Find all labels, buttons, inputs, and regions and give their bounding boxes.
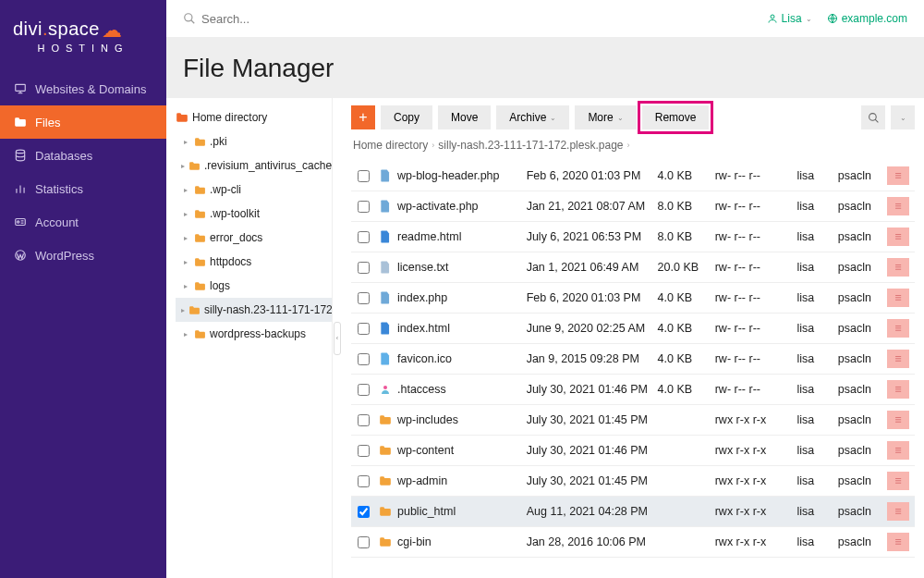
copy-button[interactable]: Copy xyxy=(381,105,432,129)
row-actions-button[interactable]: ≡ xyxy=(887,289,909,307)
table-row[interactable]: index.htmlJune 9, 2020 02:25 AM4.0 KBrw-… xyxy=(351,314,915,344)
file-size: 20.0 KB xyxy=(658,261,715,274)
table-row[interactable]: cgi-binJan 28, 2016 10:06 PMrwx r-x r-xl… xyxy=(351,527,915,558)
table-row[interactable]: wp-contentJuly 30, 2021 01:46 PMrwx r-x … xyxy=(351,436,915,466)
row-actions-button[interactable]: ≡ xyxy=(887,350,909,368)
monitor-icon xyxy=(13,81,28,96)
tree-item[interactable]: ▸.pki xyxy=(176,129,332,154)
account-icon xyxy=(13,215,28,229)
sidebar: divi.space☁ HOSTING Websites & DomainsFi… xyxy=(0,0,166,578)
row-checkbox[interactable] xyxy=(358,475,370,487)
tree-item[interactable]: ▸error_docs xyxy=(176,226,332,250)
more-button[interactable]: More⌄ xyxy=(575,105,636,129)
tree-item[interactable]: ▸.wp-toolkit xyxy=(176,202,332,226)
file-search-button[interactable] xyxy=(861,105,885,129)
tree-item-label: wordpress-backups xyxy=(210,327,306,340)
file-date: Feb 6, 2020 01:03 PM xyxy=(527,169,658,182)
table-row[interactable]: favicon.icoJan 9, 2015 09:28 PM4.0 KBrw-… xyxy=(351,344,915,375)
file-group: psacln xyxy=(838,261,887,274)
row-checkbox[interactable] xyxy=(358,384,370,396)
row-checkbox[interactable] xyxy=(358,414,370,426)
breadcrumb-link[interactable]: Home directory xyxy=(353,139,428,152)
row-checkbox[interactable] xyxy=(358,323,370,335)
chevron-right-icon[interactable]: ▸ xyxy=(181,306,185,314)
table-row[interactable]: wp-adminJuly 30, 2021 01:45 PMrwx r-x r-… xyxy=(351,466,915,497)
folder-icon xyxy=(188,161,201,171)
row-actions-button[interactable]: ≡ xyxy=(887,533,909,551)
archive-button[interactable]: Archive⌄ xyxy=(496,105,569,129)
panel-resize-handle[interactable]: ‹ xyxy=(333,98,342,578)
row-actions-button[interactable]: ≡ xyxy=(887,197,909,215)
wordpress-icon xyxy=(13,248,28,263)
row-actions-button[interactable]: ≡ xyxy=(887,502,909,521)
table-row[interactable]: public_htmlAug 11, 2021 04:28 PMrwx r-x … xyxy=(351,497,915,527)
tree-item[interactable]: ▸httpdocs xyxy=(176,250,332,274)
file-group: psacln xyxy=(838,383,887,396)
row-actions-button[interactable]: ≡ xyxy=(887,166,909,185)
row-actions-button[interactable]: ≡ xyxy=(887,228,909,246)
nav-item-files[interactable]: Files xyxy=(0,105,166,139)
row-actions-button[interactable]: ≡ xyxy=(887,411,909,429)
row-checkbox[interactable] xyxy=(358,506,370,518)
row-actions-button[interactable]: ≡ xyxy=(887,380,909,399)
row-checkbox[interactable] xyxy=(358,536,370,548)
table-row[interactable]: wp-blog-header.phpFeb 6, 2020 01:03 PM4.… xyxy=(351,161,915,191)
table-row[interactable]: .htaccessJuly 30, 2021 01:46 PM4.0 KBrw-… xyxy=(351,375,915,405)
file-size: 8.0 KB xyxy=(658,200,715,213)
chevron-right-icon[interactable]: ▸ xyxy=(181,210,190,218)
row-actions-button[interactable]: ≡ xyxy=(887,472,909,490)
table-row[interactable]: readme.htmlJuly 6, 2021 06:53 PM8.0 KBrw… xyxy=(351,222,915,252)
row-checkbox[interactable] xyxy=(358,292,370,304)
tree-item[interactable]: ▸.revisium_antivirus_cache xyxy=(176,154,332,178)
row-checkbox[interactable] xyxy=(358,262,370,274)
nav-item-wordpress[interactable]: WordPress xyxy=(0,239,166,272)
row-actions-button[interactable]: ≡ xyxy=(887,441,909,460)
chevron-right-icon[interactable]: ▸ xyxy=(181,186,190,194)
row-actions-button[interactable]: ≡ xyxy=(887,258,909,277)
table-row[interactable]: wp-includesJuly 30, 2021 01:45 PMrwx r-x… xyxy=(351,405,915,436)
breadcrumb-link[interactable]: silly-nash.23-111-171-172.plesk.page xyxy=(438,139,623,152)
row-checkbox[interactable] xyxy=(358,445,370,457)
table-row[interactable]: index.phpFeb 6, 2020 01:03 PM4.0 KBrw- r… xyxy=(351,283,915,314)
file-size: 4.0 KB xyxy=(658,291,715,304)
row-actions-button[interactable]: ≡ xyxy=(887,319,909,338)
remove-button[interactable]: Remove xyxy=(642,105,710,129)
file-date: July 30, 2021 01:45 PM xyxy=(527,474,658,487)
tree-item[interactable]: ▸logs xyxy=(176,274,332,298)
chevron-right-icon[interactable]: ▸ xyxy=(181,258,190,266)
file-group: psacln xyxy=(838,535,887,548)
file-group: psacln xyxy=(838,444,887,457)
nav-item-websites-domains[interactable]: Websites & Domains xyxy=(0,72,166,105)
chevron-right-icon[interactable]: ▸ xyxy=(181,138,190,146)
row-checkbox[interactable] xyxy=(358,201,370,213)
file-user: lisa xyxy=(796,291,837,304)
nav-item-databases[interactable]: Databases xyxy=(0,139,166,172)
domain-link[interactable]: example.com xyxy=(827,12,907,25)
row-checkbox[interactable] xyxy=(358,170,370,182)
add-button[interactable]: + xyxy=(351,105,375,129)
file-permissions: rw- r-- r-- xyxy=(715,230,797,243)
tree-item[interactable]: ▸wordpress-backups xyxy=(176,322,332,346)
chevron-right-icon[interactable]: ▸ xyxy=(181,234,190,242)
chevron-right-icon[interactable]: ▸ xyxy=(181,282,190,290)
chevron-right-icon[interactable]: ▸ xyxy=(181,162,185,170)
table-row[interactable]: wp-activate.phpJan 21, 2021 08:07 AM8.0 … xyxy=(351,191,915,222)
row-checkbox[interactable] xyxy=(358,231,370,243)
row-checkbox[interactable] xyxy=(358,353,370,365)
tree-item[interactable]: ▸.wp-cli xyxy=(176,178,332,202)
table-row[interactable]: license.txtJan 1, 2021 06:49 AM20.0 KBrw… xyxy=(351,252,915,283)
database-icon xyxy=(13,148,28,163)
collapse-tree-button[interactable]: ‹ xyxy=(334,322,341,355)
move-button[interactable]: Move xyxy=(438,105,491,129)
file-group: psacln xyxy=(838,413,887,426)
search-options-button[interactable]: ⌄ xyxy=(891,105,915,129)
logo-subtitle: HOSTING xyxy=(13,43,153,54)
chevron-right-icon[interactable]: ▸ xyxy=(181,330,190,338)
nav-item-account[interactable]: Account xyxy=(0,205,166,239)
tree-root[interactable]: Home directory xyxy=(166,105,332,129)
tree-item[interactable]: ▸silly-nash.23-111-171-172 xyxy=(176,298,332,322)
user-menu[interactable]: Lisa ⌄ xyxy=(767,12,812,25)
folder-icon xyxy=(194,185,206,195)
nav-item-statistics[interactable]: Statistics xyxy=(0,172,166,205)
search-input[interactable] xyxy=(201,12,758,26)
